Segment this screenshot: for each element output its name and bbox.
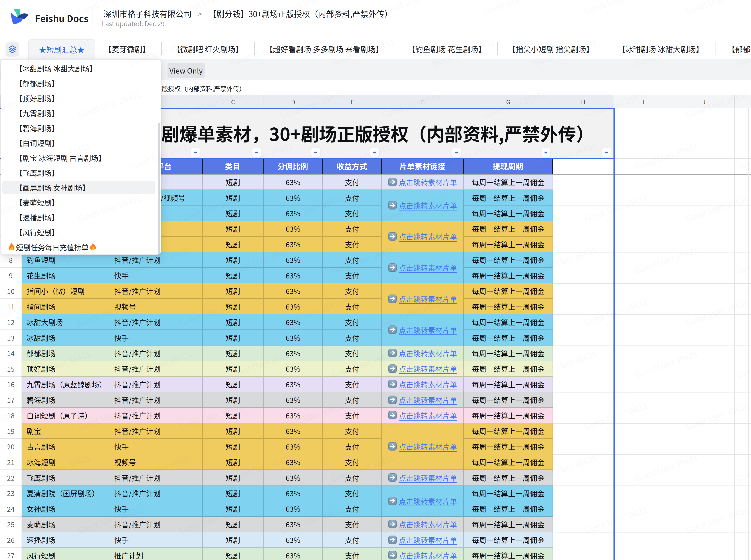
material-link[interactable]: 点击跳转素材片单 [399,348,457,358]
cell-commission[interactable]: 63% [264,345,323,361]
column-letter-C[interactable]: C [231,97,235,106]
cell-platform[interactable]: 快手 [111,268,203,283]
material-link[interactable]: 点击跳转素材片单 [399,363,457,374]
cell-platform[interactable]: 抖音/推广计划 [111,470,203,485]
column-letter-G[interactable]: G [506,97,510,106]
cell-commission[interactable]: 63% [264,423,323,439]
filter-button[interactable] [542,148,550,157]
cell-income[interactable]: 支付 [323,454,382,470]
material-link[interactable]: 点击跳转素材片单 [399,293,457,304]
cell-cycle[interactable]: 每周一结算上一周佣金 [464,423,553,439]
material-link[interactable]: 点击跳转素材片单 [399,177,457,187]
cell-category[interactable]: 短剧 [203,548,264,560]
cell-commission[interactable]: 63% [264,237,323,252]
column-letter-D[interactable]: D [291,97,295,106]
row-number[interactable]: 18 [0,408,22,423]
cell-income[interactable]: 支付 [323,470,382,485]
cell-commission[interactable]: 63% [264,501,323,517]
cell-income[interactable]: 支付 [323,221,382,237]
cell-platform[interactable]: 快手 [111,532,203,547]
cell-commission[interactable]: 63% [264,205,323,221]
cell-platform[interactable]: 抖音/推广计划 [111,423,203,439]
cell-theater[interactable]: 九霄剧场（原蓝鲸剧场） [22,377,111,392]
cell-commission[interactable]: 63% [264,548,323,560]
cell-cycle[interactable]: 每周一结算上一周佣金 [464,517,553,532]
menu-item[interactable]: 【速播剧场】 [15,210,59,225]
cell-theater[interactable]: 速播剧场 [22,532,111,547]
header-cell-income[interactable]: 收益方式 [323,158,382,174]
menu-item[interactable]: 【画屏剧场 女神剧场】 [15,180,89,195]
material-link[interactable]: 点击跳转素材片单 [399,200,457,211]
tab-inactive[interactable]: 【郁郁剧场】 [728,45,751,53]
cell-income[interactable]: 支付 [323,439,382,454]
cell-theater[interactable]: 指间剧场 [22,299,111,314]
cell-category[interactable]: 短剧 [203,190,264,205]
cell-income[interactable]: 支付 [323,299,382,314]
cell-cycle[interactable]: 每周一结算上一周佣金 [464,330,553,345]
cell-category[interactable]: 短剧 [203,408,264,423]
cell-category[interactable]: 短剧 [203,377,264,392]
cell-income[interactable]: 支付 [323,501,382,517]
column-letter-J[interactable]: J [703,97,706,106]
cell-income[interactable]: 支付 [323,345,382,361]
cell-income[interactable]: 支付 [323,485,382,501]
tab-inactive[interactable]: 【钓鱼剧场 花生剧场】 [408,45,486,53]
cell-income[interactable]: 支付 [323,283,382,299]
row-number[interactable]: 21 [0,454,22,470]
cell-cycle[interactable]: 每周一结算上一周佣金 [464,174,553,190]
cell-cycle[interactable]: 每周一结算上一周佣金 [464,268,553,283]
menu-item[interactable]: 【碧海剧场】 [15,120,59,135]
row-number[interactable]: 11 [0,299,22,314]
material-link[interactable]: 点击跳转素材片单 [399,441,457,452]
cell-income[interactable]: 支付 [323,314,382,330]
tab-inactive[interactable]: 【指尖小短剧 指尖剧场】 [508,45,594,53]
cell-cycle[interactable]: 每周一结算上一周佣金 [464,377,553,392]
row-number[interactable]: 27 [0,548,22,560]
row-number[interactable]: 26 [0,532,22,547]
row-number[interactable]: 9 [0,268,22,283]
row-number[interactable]: 12 [0,314,22,330]
cell-cycle[interactable]: 每周一结算上一周佣金 [464,345,553,361]
cell-commission[interactable]: 63% [264,330,323,345]
cell-theater[interactable]: 剧宝 [22,423,111,439]
cell-category[interactable]: 短剧 [203,252,264,267]
cell-category[interactable]: 短剧 [203,283,264,299]
material-link[interactable]: 点击跳转素材片单 [399,231,457,242]
menu-item[interactable]: 【白词短剧】 [15,135,59,150]
menu-item[interactable]: 【九霄剧场】 [15,105,59,120]
cell-income[interactable]: 支付 [323,377,382,392]
cell-theater[interactable]: 夏清剧院（画屏剧场） [22,485,111,501]
cell-commission[interactable]: 63% [264,392,323,407]
cell-category[interactable]: 短剧 [203,392,264,407]
cell-commission[interactable]: 63% [264,454,323,470]
cell-theater[interactable]: 风行短剧 [22,548,111,560]
cell-commission[interactable]: 63% [264,252,323,267]
cell-platform[interactable]: 快手 [111,501,203,517]
material-link[interactable]: 点击跳转素材片单 [399,472,457,483]
menu-item[interactable]: 【顶好剧场】 [15,91,59,105]
cell-commission[interactable]: 63% [264,470,323,485]
menu-item[interactable]: 【郁郁剧场】 [15,76,59,91]
cell-income[interactable]: 支付 [323,532,382,547]
cell-theater[interactable]: 郁郁剧场 [22,345,111,361]
filter-button[interactable] [602,148,611,157]
row-number[interactable]: 24 [0,501,22,517]
menu-item[interactable]: 【冰甜剧场 冰甜大剧场】 [15,61,97,76]
cell-category[interactable]: 短剧 [203,439,264,454]
menu-item[interactable]: 短剧任务每日充值榜单 [7,240,97,254]
cell-commission[interactable]: 63% [264,314,323,330]
cell-cycle[interactable]: 每周一结算上一周佣金 [464,252,553,267]
cell-platform[interactable]: 抖音/推广计划 [111,392,203,407]
material-link[interactable]: 点击跳转素材片单 [399,550,457,560]
material-link[interactable]: 点击跳转素材片单 [399,379,457,389]
cell-cycle[interactable]: 每周一结算上一周佣金 [464,532,553,547]
column-letter-E[interactable]: E [350,97,354,106]
cell-cycle[interactable]: 每周一结算上一周佣金 [464,439,553,454]
cell-platform[interactable]: 抖音/推广计划 [111,377,203,392]
row-number[interactable]: 10 [0,283,22,299]
cell-category[interactable]: 短剧 [203,345,264,361]
row-number[interactable]: 22 [0,470,22,485]
cell-cycle[interactable]: 每周一结算上一周佣金 [464,485,553,501]
tab-inactive[interactable]: 【超好看剧场 多多剧场 来看剧场】 [265,45,383,53]
cell-category[interactable]: 短剧 [203,532,264,547]
